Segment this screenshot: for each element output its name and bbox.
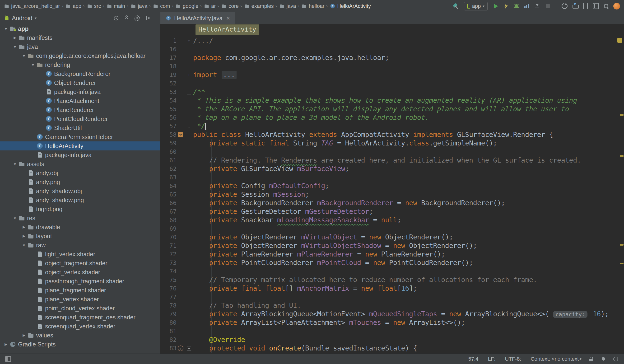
tree-item-screenquad-vertex-shader[interactable]: screenquad_vertex.shader [0,322,160,331]
fold-minus-icon[interactable]: − [184,346,193,351]
code-line-60[interactable]: 60 [160,148,624,156]
tree-item-point-cloud-vertex-shader[interactable]: point_cloud_vertex.shader [0,304,160,313]
code-line-71[interactable]: 71 private ObjectRenderer mVirtualObject… [160,242,624,250]
avatar-icon[interactable] [613,2,621,10]
breadcrumb-item-java-arcore-hello-ar[interactable]: java_arcore_hello_ar [3,3,60,9]
tree-item-package-info-java[interactable]: package-info.java [0,151,160,159]
hide-panel-icon[interactable] [144,15,151,21]
code-line-70[interactable]: 70 private ObjectRenderer mVirtualObject… [160,233,624,242]
inspection-indicator-icon[interactable] [617,38,622,43]
tree-item-andy-shadow-obj[interactable]: andy_shadow.obj [0,186,160,196]
line-separator-indicator[interactable]: LF: [488,356,495,362]
locate-icon[interactable] [113,15,119,21]
stop-icon[interactable] [544,2,552,10]
warning-stripe-mark[interactable] [620,155,624,157]
breadcrumb-item-java[interactable]: java [130,3,147,9]
background-tasks-icon[interactable] [613,356,619,362]
code-line-67[interactable]: 67 private GestureDetector mGestureDetec… [160,208,624,216]
tree-item-planerenderer[interactable]: PlaneRenderer [0,105,160,114]
chevron-down-icon[interactable]: ▼ [29,63,37,67]
caret-position[interactable]: 57:4 [468,356,479,362]
collapse-all-icon[interactable] [123,15,130,21]
tree-item-passthrough-fragment-shader[interactable]: passthrough_fragment.shader [0,277,160,286]
code-line-81[interactable]: 81 [160,327,624,336]
close-tab-icon[interactable]: × [226,15,230,21]
code-line-79[interactable]: 79 private ArrayBlockingQueue<MotionEven… [160,310,624,318]
tree-item-planeattachment[interactable]: PlaneAttachment [0,96,160,105]
debug-icon[interactable] [512,2,520,10]
run-config-selector[interactable]: app▾ [464,2,488,10]
code-line-73[interactable]: 73 private PointCloudRenderer mPointClou… [160,259,624,267]
code-line-62[interactable]: 62 private GLSurfaceView mSurfaceView; [160,165,624,173]
code-line-80[interactable]: 80 private ArrayList<PlaneAttachment> mT… [160,318,624,327]
code-line-59[interactable]: 59 private static final String TAG = Hel… [160,139,624,148]
breadcrumb-item-main[interactable]: main [106,3,125,9]
code-line-58[interactable]: 58public class HelloArActivity extends A… [160,130,624,139]
code-line-56[interactable]: 56 * tap on a plane to place a 3d model … [160,113,624,122]
tree-item-shaderutil[interactable]: ShaderUtil [0,123,160,132]
code-line-57[interactable]: 57 */ [160,122,624,130]
chevron-right-icon[interactable]: ▶ [20,333,27,338]
build-hammer-icon[interactable] [452,2,460,10]
fold-end-icon[interactable] [184,125,193,128]
chevron-right-icon[interactable]: ▶ [2,342,9,346]
chevron-down-icon[interactable]: ▼ [2,27,9,31]
tree-item-objectrenderer[interactable]: ObjectRenderer [0,78,160,87]
code-line-75[interactable]: 75 // Temporary matrix allocated here to… [160,276,624,284]
chevron-down-icon[interactable]: ▼ [20,54,27,58]
chevron-down-icon[interactable]: ▼ [11,216,19,220]
sdk-manager-icon[interactable] [571,2,579,10]
code-line-65[interactable]: 65 private Session mSession; [160,190,624,199]
code-line-53[interactable]: 53−/** [160,88,624,96]
tree-item-pointcloudrenderer[interactable]: PointCloudRenderer [0,114,160,123]
fold-plus-icon[interactable]: + [184,39,193,43]
tree-item-drawable[interactable]: ▶drawable [0,223,160,232]
code-line-82[interactable]: 82 @Override [160,336,624,344]
breadcrumb-item-core[interactable]: core [221,3,239,9]
tree-item-assets[interactable]: ▼assets [0,159,160,168]
tree-item-layout[interactable]: ▶layout [0,232,160,241]
tree-item-gradle-scripts[interactable]: ▶Gradle Scripts [0,340,160,349]
chevron-right-icon[interactable]: ▶ [20,234,27,238]
breadcrumb-item-helloaractivity[interactable]: HelloArActivity [329,3,371,9]
breadcrumb-item-google[interactable]: google [175,3,198,9]
tree-item-app[interactable]: ▼app [0,24,160,33]
code-line-68[interactable]: 68 private Snackbar mLoadingMessageSnack… [160,216,624,225]
code-line-77[interactable]: 77 [160,293,624,301]
code-line-61[interactable]: 61 // Rendering. The Renderers are creat… [160,156,624,165]
fold-minus-icon[interactable]: − [184,90,193,94]
code-line-66[interactable]: 66 private BackgroundRenderer mBackgroun… [160,199,624,208]
tree-item-light-vertex-shader[interactable]: light_vertex.shader [0,250,160,259]
file-encoding-indicator[interactable]: UTF-8: [505,356,521,362]
apply-changes-icon[interactable] [502,2,510,10]
code-line-72[interactable]: 72 private PlaneRenderer mPlaneRenderer … [160,250,624,259]
code-line-63[interactable]: 63 [160,173,624,182]
toolwindow-toggle-icon[interactable] [5,356,11,362]
warning-stripe-mark[interactable] [620,244,624,246]
tree-item-values[interactable]: ▶values [0,331,160,340]
tree-item-java[interactable]: ▼java [0,42,160,51]
tree-item-package-info-java[interactable]: package-info.java [0,87,160,96]
project-view-selector[interactable]: Android ▾ [3,15,37,22]
readonly-lock-icon[interactable] [588,356,594,362]
code-line-52[interactable]: 52 [160,79,624,88]
warning-stripe-mark[interactable] [620,263,624,264]
chevron-down-icon[interactable]: ▼ [11,162,19,166]
breadcrumb-item-ar[interactable]: ar [203,3,216,9]
notifications-icon[interactable] [600,356,606,362]
fold-plus-icon[interactable]: + [184,73,193,77]
chevron-down-icon[interactable]: ▼ [20,243,27,247]
profiler-icon[interactable] [523,2,531,10]
code-line-19[interactable]: 19+import ... [160,71,624,79]
breadcrumb-item-helloar[interactable]: helloar [301,3,324,9]
breadcrumb-item-app[interactable]: app [65,3,81,9]
tree-item-res[interactable]: ▼res [0,213,160,223]
tree-item-rendering[interactable]: ▼rendering [0,60,160,69]
code-area[interactable]: 1+/.../1617package com.google.ar.core.ex… [160,35,624,354]
android-component-gutter-icon[interactable] [177,132,184,137]
breadcrumb-item-java[interactable]: java [279,3,296,9]
breadcrumb-item-src[interactable]: src [86,3,101,9]
code-line-76[interactable]: 76 private final float[] mAnchorMatrix =… [160,284,624,293]
code-line-69[interactable]: 69 [160,225,624,233]
tree-item-manifests[interactable]: ▶manifests [0,33,160,42]
